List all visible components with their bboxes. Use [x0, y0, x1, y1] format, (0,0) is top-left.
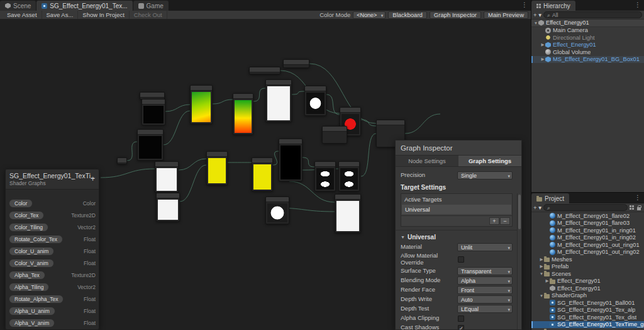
universal-foldout[interactable]: ▼ Universal [401, 234, 513, 241]
property-pill[interactable]: Alpha_Tiling [9, 283, 49, 292]
wire[interactable] [179, 159, 206, 170]
property-pill[interactable]: Alpha_U_anim [9, 307, 55, 316]
search-by-type-icon[interactable] [630, 205, 634, 210]
graph-node[interactable] [252, 157, 273, 191]
project-item-effect-energy01[interactable]: Effect_Energy01 [531, 285, 644, 292]
setting-dropdown-material[interactable]: Unlit▾ [457, 243, 513, 251]
add-target-button[interactable]: + [489, 217, 499, 225]
blackboard-property-alpha-tiling[interactable]: Alpha_TilingVector2 [6, 281, 99, 293]
graph-node[interactable] [233, 93, 253, 135]
wire[interactable] [326, 94, 340, 115]
hierarchy-item-effect-energy01[interactable]: ▼Effect_Energy01 [531, 20, 644, 27]
project-item-m-effect-energy01-out-ring02[interactable]: M_Effect_Energy01_out_ring02 [531, 249, 644, 256]
wire[interactable] [405, 114, 440, 134]
blackboard-property-color-v-anim[interactable]: Color_V_animFloat [6, 257, 99, 269]
graph-inspector-title[interactable]: Graph Inspector [396, 140, 521, 156]
kebab-menu-icon[interactable]: ⋮ [635, 194, 641, 202]
show-in-project-button[interactable]: Show In Project [78, 11, 130, 19]
chevron-right-icon[interactable]: ▶ [545, 278, 550, 283]
blackboard-property-alpha-tex[interactable]: Alpha_TexTexture2D [6, 269, 99, 281]
graph-node[interactable] [155, 161, 179, 193]
wire[interactable] [165, 105, 190, 111]
graph-node[interactable] [206, 151, 228, 185]
property-pill[interactable]: Rotate_Alpha_Tex [9, 295, 64, 304]
project-item-m-effect-energy01-flare02[interactable]: M_Effect_Energy01_flare02 [531, 212, 644, 220]
setting-checkbox-alpha-clipping[interactable] [458, 316, 464, 322]
project-item-scenes[interactable]: ▼Scenes [531, 270, 644, 278]
lock-icon[interactable] [637, 207, 641, 210]
setting-dropdown-surface-type[interactable]: Transparent▾ [457, 267, 513, 275]
wire[interactable] [361, 134, 376, 176]
graph-inspector-button[interactable]: Graph Inspector [430, 11, 481, 19]
wire[interactable] [213, 100, 233, 104]
setting-dropdown-depth-test[interactable]: LEqual▾ [457, 305, 513, 313]
graph-node[interactable] [283, 59, 309, 68]
wire[interactable] [127, 142, 137, 161]
wire[interactable] [273, 151, 279, 165]
property-pill[interactable]: Color_V_anim [9, 259, 54, 268]
tab-graph-settings[interactable]: Graph Settings [458, 156, 521, 166]
property-pill[interactable]: Color_U_anim [9, 247, 54, 256]
inspector-scrollbar[interactable] [517, 193, 521, 329]
kebab-menu-icon[interactable]: ⋮ [521, 1, 528, 9]
graph-node[interactable] [335, 194, 361, 233]
tab-node-settings[interactable]: Node Settings [396, 156, 458, 166]
property-pill[interactable]: Rotate_Color_Tex [9, 235, 63, 244]
chevron-down-icon[interactable]: ▼ [539, 293, 544, 298]
project-item-m-effect-energy01-in-ring02[interactable]: M_Effect_Energy01_in_ring02 [531, 234, 644, 242]
wire[interactable] [101, 169, 155, 178]
remove-target-button[interactable]: − [500, 217, 510, 225]
project-item-sg-effect-energy01-tex-dist[interactable]: SG_Effect_Energy01_Tex_dist [531, 314, 644, 321]
color-mode-dropdown[interactable]: <None> ▾ [353, 11, 386, 19]
wire[interactable] [253, 88, 265, 101]
tab-hierarchy[interactable]: Hierarchy [531, 1, 575, 11]
blackboard-property-rotate-alpha-tex[interactable]: Rotate_Alpha_TexFloat [6, 293, 99, 305]
blackboard-property-color-u-anim[interactable]: Color_U_animFloat [6, 245, 99, 257]
blackboard-header[interactable]: SG_Effect_Energy01_TexTi... Shader Graph… [6, 169, 99, 190]
graph-node[interactable] [265, 196, 289, 224]
chevron-right-icon[interactable]: ▶ [539, 264, 544, 269]
project-search-input[interactable]: ⌕ [543, 204, 628, 211]
setting-dropdown-blending-mode[interactable]: Alpha▾ [457, 276, 513, 285]
property-pill[interactable]: Alpha_Tex [9, 271, 45, 280]
hierarchy-item-global-volume[interactable]: Global Volume [531, 48, 644, 56]
wire[interactable] [292, 91, 304, 94]
tab-project[interactable]: Project [531, 193, 569, 203]
blackboard-property-rotate-color-tex[interactable]: Rotate_Color_TexFloat [6, 233, 99, 245]
blackboard-property-color-tiling[interactable]: Color_TilingVector2 [6, 221, 99, 233]
project-item-sg-effect-energy01-textime-gr[interactable]: SG_Effect_Energy01_TexTime_gr [531, 321, 644, 329]
property-pill[interactable]: Alpha_V_anim [9, 319, 55, 327]
setting-dropdown-render-face[interactable]: Front▾ [457, 286, 513, 294]
graph-node[interactable] [338, 161, 360, 191]
save-as-button[interactable]: Save As... [42, 11, 79, 19]
active-target-universal[interactable]: Universal [402, 205, 511, 214]
project-item-m-effect-energy01-flare03[interactable]: M_Effect_Energy01_flare03 [531, 220, 644, 227]
add-property-button[interactable]: + [91, 175, 95, 183]
hierarchy-search-input[interactable]: ⌕ All [543, 11, 642, 18]
wire[interactable] [180, 165, 206, 202]
project-item-sg-effect-energy01-tex-alp[interactable]: SG_Effect_Energy01_Tex_alp [531, 307, 644, 314]
chevron-right-icon[interactable]: ▶ [540, 42, 545, 47]
project-item-sg-effect-energy01-ball001[interactable]: SG_Effect_Energy01_Ball001 [531, 299, 644, 307]
project-item-m-effect-energy01-out-ring01[interactable]: M_Effect_Energy01_out_ring01 [531, 241, 644, 249]
wire[interactable] [361, 120, 376, 126]
project-item-effect-energy01[interactable]: ▶Effect_Energy01 [531, 278, 644, 285]
chevron-right-icon[interactable]: ▶ [540, 57, 545, 62]
hierarchy-item-main-camera[interactable]: Main Camera [531, 27, 644, 35]
graph-node[interactable] [142, 99, 165, 125]
setting-checkbox-cast-shadows[interactable]: ✓ [458, 325, 464, 330]
graph-node[interactable] [279, 139, 303, 181]
create-menu-button[interactable]: + ▾ [533, 11, 541, 18]
project-item-shadergraph[interactable]: ▼ShaderGraph [531, 292, 644, 300]
blackboard-property-alpha-u-anim[interactable]: Alpha_U_animFloat [6, 305, 99, 317]
tab-sg-effect-energy01-tex[interactable]: SG_Effect_Energy01_Tex... [36, 1, 133, 11]
wire[interactable] [164, 111, 190, 145]
chevron-down-icon[interactable]: ▼ [539, 271, 544, 276]
graph-canvas[interactable]: SG_Effect_Energy01_TexTi... Shader Graph… [0, 20, 531, 330]
save-asset-button[interactable]: Save Asset [3, 11, 42, 19]
project-item-m-effect-energy01-in-ring01[interactable]: M_Effect_Energy01_in_ring01 [531, 227, 644, 234]
graph-node[interactable] [249, 67, 280, 74]
scrollbar-thumb[interactable] [518, 195, 521, 229]
hierarchy-item-ms-effect-energy01-bg-box01[interactable]: ▶MS_Effect_Energy01_BG_Box01 [531, 56, 644, 64]
tab-scene[interactable]: Scene [0, 1, 36, 11]
